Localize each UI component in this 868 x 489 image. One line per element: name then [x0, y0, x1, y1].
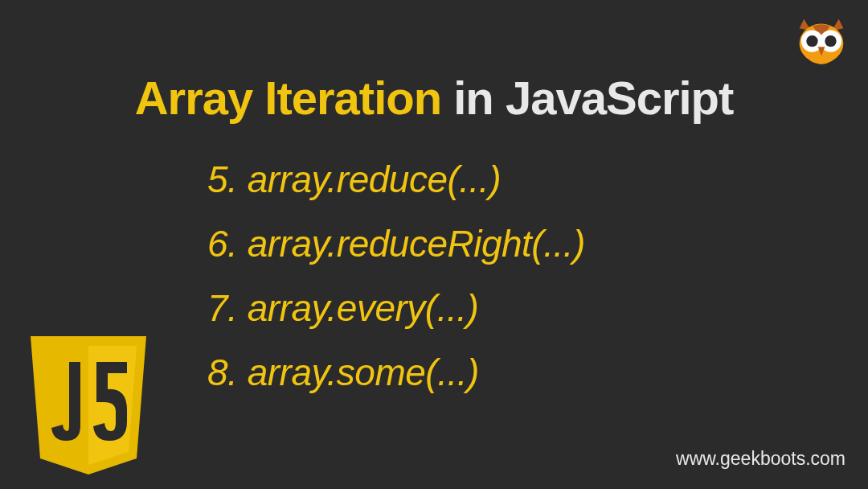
item-text: array.reduceRight(...): [248, 223, 585, 265]
list-item: 7. array.every(...): [207, 286, 585, 330]
title-subject: JavaScript: [506, 72, 733, 124]
item-number: 7.: [207, 287, 237, 329]
item-text: array.reduce(...): [248, 158, 501, 200]
title-highlight: Array Iteration: [135, 72, 441, 124]
owl-logo-icon: [792, 14, 850, 72]
item-number: 8.: [207, 351, 237, 393]
item-number: 6.: [207, 223, 237, 265]
website-url: www.geekboots.com: [676, 448, 845, 470]
item-text: array.every(...): [248, 287, 479, 329]
title-connector: in: [441, 72, 506, 124]
item-number: 5.: [207, 158, 237, 200]
page-title: Array Iteration in JavaScript: [0, 71, 868, 125]
method-list: 5. array.reduce(...) 6. array.reduceRigh…: [207, 158, 585, 394]
svg-point-3: [806, 35, 817, 47]
list-item: 6. array.reduceRight(...): [207, 222, 585, 265]
javascript-shield-icon: [24, 336, 153, 489]
svg-point-4: [825, 35, 836, 47]
list-item: 5. array.reduce(...): [207, 158, 585, 201]
list-item: 8. array.some(...): [207, 351, 585, 394]
item-text: array.some(...): [248, 351, 479, 393]
